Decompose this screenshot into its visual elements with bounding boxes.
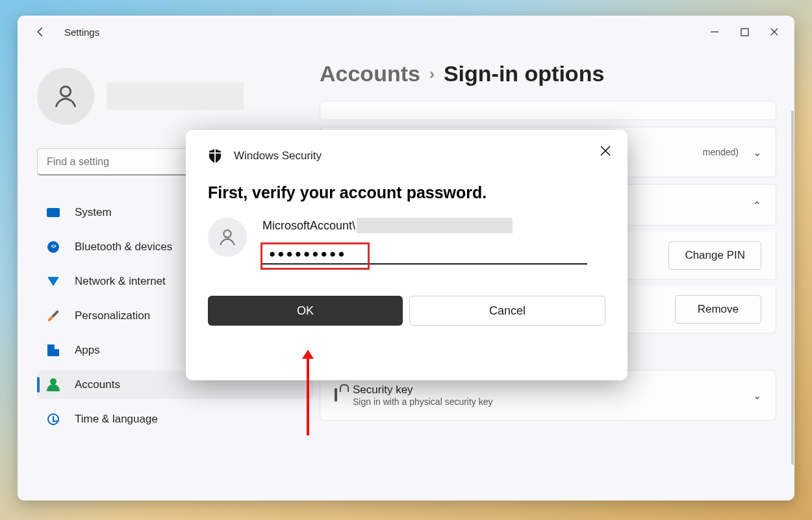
- system-icon: [46, 205, 60, 220]
- nav-label: Time & language: [75, 413, 158, 426]
- security-key-sub: Sign in with a physical security key: [353, 396, 493, 407]
- chevron-down-icon: ⌄: [753, 389, 761, 402]
- dialog-title: First, verify your account password.: [208, 183, 605, 202]
- sidebar-item-time[interactable]: Time & language: [37, 405, 313, 434]
- ok-button[interactable]: OK: [208, 296, 403, 326]
- key-icon: [335, 389, 337, 401]
- arrow-left-icon: [34, 26, 46, 38]
- person-icon: [217, 227, 238, 248]
- account-name: MicrosoftAccount\: [262, 218, 605, 233]
- minimize-button[interactable]: [700, 21, 730, 42]
- bluetooth-icon: ⌔: [46, 240, 60, 254]
- close-icon: [600, 145, 611, 157]
- nav-label: Personalization: [75, 309, 150, 322]
- window-title: Settings: [64, 27, 99, 38]
- nav-label: Network & internet: [75, 275, 166, 288]
- nav-label: System: [75, 206, 112, 219]
- option-tail: mended): [703, 147, 739, 157]
- arrow-annotation: [307, 358, 309, 436]
- back-button[interactable]: [31, 22, 50, 42]
- security-key-title: Security key: [353, 384, 493, 396]
- dialog-header: Windows Security: [208, 148, 605, 164]
- chevron-down-icon: ⌄: [753, 146, 761, 159]
- scrollbar[interactable]: [791, 110, 794, 465]
- cancel-button[interactable]: Cancel: [409, 296, 605, 326]
- breadcrumb: Accounts › Sign-in options: [320, 61, 776, 86]
- titlebar: Settings: [18, 16, 794, 48]
- dialog-buttons: OK Cancel: [208, 296, 605, 326]
- person-icon: [51, 82, 80, 110]
- dialog-avatar: [208, 218, 247, 257]
- minimize-icon: [710, 27, 719, 36]
- chevron-up-icon: ⌄: [753, 199, 761, 211]
- profile-block: [37, 68, 313, 125]
- window-controls: [700, 21, 789, 42]
- account-email-redacted: [357, 218, 513, 233]
- profile-name-redacted: [107, 83, 244, 110]
- dialog-app-name: Windows Security: [234, 150, 322, 162]
- svg-point-5: [223, 230, 231, 237]
- apps-icon: [46, 343, 60, 358]
- clock-icon: [46, 412, 60, 426]
- close-button[interactable]: [759, 21, 789, 42]
- account-info: MicrosoftAccount\ ●●●●●●●●●: [262, 218, 605, 265]
- brush-icon: [46, 309, 60, 323]
- maximize-button[interactable]: [730, 21, 759, 42]
- password-input[interactable]: [262, 242, 587, 265]
- signin-group-header[interactable]: [320, 101, 776, 120]
- account-prefix: MicrosoftAccount\: [262, 219, 355, 233]
- breadcrumb-current: Sign-in options: [444, 61, 604, 86]
- wifi-icon: [46, 274, 60, 289]
- avatar[interactable]: [37, 68, 94, 125]
- nav-label: Apps: [75, 344, 100, 357]
- accounts-icon: [46, 378, 60, 392]
- svg-rect-4: [208, 153, 222, 154]
- svg-point-2: [60, 86, 70, 96]
- dialog-close-button[interactable]: [596, 142, 615, 160]
- svg-rect-3: [214, 148, 216, 164]
- svg-rect-1: [741, 29, 748, 36]
- change-pin-button[interactable]: Change PIN: [668, 241, 761, 270]
- remove-pin-button[interactable]: Remove: [675, 295, 761, 324]
- nav-label: Accounts: [75, 378, 120, 391]
- close-icon: [770, 27, 779, 36]
- account-row: MicrosoftAccount\ ●●●●●●●●●: [208, 218, 605, 265]
- breadcrumb-parent[interactable]: Accounts: [320, 61, 420, 86]
- windows-security-dialog: Windows Security First, verify your acco…: [186, 130, 628, 380]
- shield-icon: [208, 148, 222, 164]
- chevron-right-icon: ›: [429, 65, 435, 83]
- nav-label: Bluetooth & devices: [75, 240, 172, 254]
- maximize-icon: [741, 28, 749, 36]
